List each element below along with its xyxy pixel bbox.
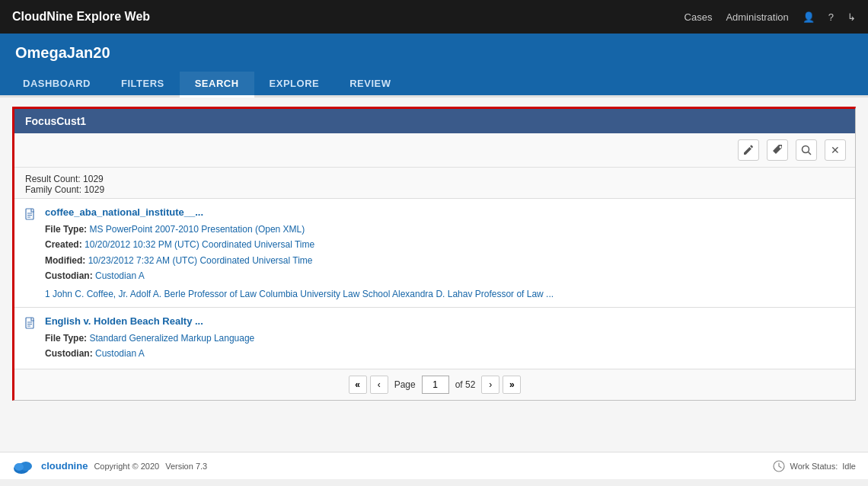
created-row: Created: 10/20/2012 10:32 PM (UTC) Coord… bbox=[45, 237, 844, 252]
cases-link[interactable]: Cases bbox=[685, 11, 713, 23]
app-title: CloudNine Explore Web bbox=[12, 10, 150, 24]
footer-right: Work Status: Idle bbox=[773, 460, 856, 472]
document-icon bbox=[25, 317, 36, 331]
file-type-label: File Type: bbox=[45, 333, 87, 344]
custodian-value: Custodian A bbox=[95, 348, 145, 359]
user-icon[interactable]: 👤 bbox=[803, 11, 815, 23]
document-meta: File Type: MS PowerPoint 2007-2010 Prese… bbox=[45, 222, 844, 284]
tab-filters[interactable]: FILTERS bbox=[106, 72, 180, 98]
work-status-value: Idle bbox=[842, 462, 856, 471]
result-info: Result Count: 1029 Family Count: 1029 bbox=[14, 168, 855, 198]
search-panel: FocusCust1 ✕ bbox=[12, 107, 856, 401]
tab-dashboard[interactable]: DASHBOARD bbox=[8, 72, 106, 98]
tab-explore[interactable]: EXPLORE bbox=[254, 72, 335, 98]
work-status-label: Work Status: bbox=[790, 462, 838, 471]
tab-review[interactable]: REVIEW bbox=[334, 72, 406, 98]
document-title[interactable]: coffee_aba_national_institute__... bbox=[45, 206, 844, 218]
first-page-button[interactable]: « bbox=[349, 376, 367, 394]
tab-bar: DASHBOARD FILTERS SEARCH EXPLORE REVIEW bbox=[0, 72, 868, 98]
cloudnine-logo-icon bbox=[12, 458, 37, 475]
last-page-button[interactable]: » bbox=[503, 376, 521, 394]
prev-page-button[interactable]: ‹ bbox=[370, 376, 388, 394]
project-name: OmegaJan20 bbox=[15, 44, 110, 62]
custodian-row: Custodian: Custodian A bbox=[45, 268, 844, 283]
panel-header: FocusCust1 bbox=[14, 109, 855, 133]
document-title[interactable]: English v. Holden Beach Realty ... bbox=[45, 315, 844, 327]
custodian-row: Custodian: Custodian A bbox=[45, 346, 844, 361]
panel-toolbar: ✕ bbox=[14, 133, 855, 168]
version-text: Version 7.3 bbox=[165, 462, 207, 471]
file-type-value: Standard Generalized Markup Language bbox=[89, 333, 254, 344]
svg-rect-6 bbox=[26, 318, 34, 328]
work-status-icon bbox=[773, 460, 785, 472]
modified-row: Modified: 10/23/2012 7:32 AM (UTC) Coord… bbox=[45, 253, 844, 268]
close-button[interactable]: ✕ bbox=[825, 139, 846, 161]
document-icon bbox=[25, 208, 36, 222]
created-label: Created: bbox=[45, 239, 82, 250]
footer: cloudnine Copyright © 2020 Version 7.3 W… bbox=[0, 452, 868, 479]
next-page-button[interactable]: › bbox=[481, 376, 499, 394]
edit-button[interactable] bbox=[738, 139, 759, 161]
logout-icon[interactable]: ↳ bbox=[847, 11, 856, 23]
search-button[interactable] bbox=[796, 139, 817, 161]
administration-link[interactable]: Administration bbox=[726, 11, 788, 23]
document-row: English v. Holden Beach Realty ... File … bbox=[14, 307, 855, 369]
result-count-label: Result Count: bbox=[25, 174, 81, 184]
panel-title: FocusCust1 bbox=[25, 115, 86, 127]
main-content: FocusCust1 ✕ bbox=[0, 98, 868, 452]
created-value: 10/20/2012 10:32 PM (UTC) Coordinated Un… bbox=[85, 239, 314, 250]
tag-button[interactable] bbox=[767, 139, 788, 161]
page-number-input[interactable] bbox=[422, 376, 449, 394]
tab-search[interactable]: SEARCH bbox=[180, 72, 254, 98]
svg-point-0 bbox=[803, 146, 809, 153]
logo-text: cloudnine bbox=[41, 460, 88, 472]
family-count-value: 1029 bbox=[84, 184, 104, 195]
svg-line-1 bbox=[809, 152, 812, 155]
file-type-row: File Type: Standard Generalized Markup L… bbox=[45, 331, 844, 346]
footer-logo: cloudnine bbox=[12, 458, 88, 475]
family-count-label: Family Count: bbox=[25, 184, 81, 195]
custodian-value: Custodian A bbox=[95, 270, 145, 281]
of-text: of 52 bbox=[455, 379, 476, 390]
modified-value: 10/23/2012 7:32 AM (UTC) Coordinated Uni… bbox=[88, 255, 313, 266]
close-icon: ✕ bbox=[831, 144, 840, 156]
file-type-value: MS PowerPoint 2007-2010 Presentation (Op… bbox=[89, 224, 305, 235]
file-type-label: File Type: bbox=[45, 224, 87, 235]
top-nav-right: Cases Administration 👤 ? ↳ bbox=[685, 11, 856, 23]
result-count-value: 1029 bbox=[83, 174, 104, 184]
modified-label: Modified: bbox=[45, 255, 85, 266]
custodian-label: Custodian: bbox=[45, 270, 93, 281]
result-count-row: Result Count: 1029 bbox=[25, 174, 844, 184]
document-row: coffee_aba_national_institute__... File … bbox=[14, 198, 855, 307]
pagination-bar: « ‹ Page of 52 › » bbox=[14, 369, 855, 400]
help-icon[interactable]: ? bbox=[828, 11, 834, 23]
file-type-row: File Type: MS PowerPoint 2007-2010 Prese… bbox=[45, 222, 844, 237]
copyright-text: Copyright © 2020 bbox=[94, 462, 159, 471]
svg-rect-2 bbox=[26, 209, 34, 219]
project-header: OmegaJan20 bbox=[0, 34, 868, 72]
family-count-row: Family Count: 1029 bbox=[25, 184, 844, 195]
custodian-label: Custodian: bbox=[45, 348, 93, 359]
footer-left: cloudnine Copyright © 2020 Version 7.3 bbox=[12, 458, 207, 475]
document-excerpt[interactable]: 1 John C. Coffee, Jr. Adolf A. Berle Pro… bbox=[45, 289, 844, 299]
top-navbar: CloudNine Explore Web Cases Administrati… bbox=[0, 0, 868, 34]
page-label: Page bbox=[394, 379, 416, 390]
svg-point-12 bbox=[14, 463, 24, 471]
document-meta: File Type: Standard Generalized Markup L… bbox=[45, 331, 844, 362]
